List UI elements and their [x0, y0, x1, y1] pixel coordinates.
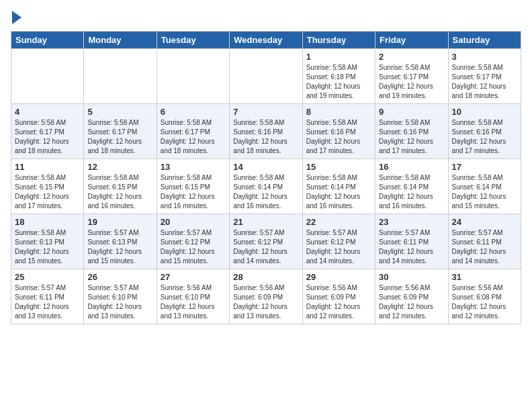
day-info: Sunrise: 5:57 AM Sunset: 6:11 PM Dayligh… — [379, 228, 444, 266]
calendar-cell: 31Sunrise: 5:56 AM Sunset: 6:08 PM Dayli… — [448, 269, 521, 324]
day-number: 30 — [379, 272, 444, 282]
calendar-cell: 5Sunrise: 5:58 AM Sunset: 6:17 PM Daylig… — [84, 104, 157, 159]
weekday-header-saturday: Saturday — [448, 32, 521, 49]
day-number: 22 — [306, 217, 371, 227]
day-info: Sunrise: 5:57 AM Sunset: 6:13 PM Dayligh… — [87, 228, 152, 266]
calendar-cell — [157, 49, 229, 104]
calendar-week-2: 4Sunrise: 5:58 AM Sunset: 6:17 PM Daylig… — [11, 104, 521, 159]
day-number: 14 — [233, 162, 298, 172]
day-info: Sunrise: 5:57 AM Sunset: 6:11 PM Dayligh… — [15, 283, 80, 321]
day-number: 7 — [233, 107, 298, 117]
calendar-body: 1Sunrise: 5:58 AM Sunset: 6:18 PM Daylig… — [11, 49, 521, 324]
day-number: 18 — [15, 217, 80, 227]
calendar-cell: 1Sunrise: 5:58 AM Sunset: 6:18 PM Daylig… — [302, 49, 375, 104]
weekday-header-friday: Friday — [375, 32, 448, 49]
calendar-cell: 14Sunrise: 5:58 AM Sunset: 6:14 PM Dayli… — [230, 159, 302, 214]
calendar-cell: 21Sunrise: 5:57 AM Sunset: 6:12 PM Dayli… — [230, 214, 302, 269]
calendar-table: SundayMondayTuesdayWednesdayThursdayFrid… — [11, 31, 521, 324]
calendar-cell: 3Sunrise: 5:58 AM Sunset: 6:17 PM Daylig… — [448, 49, 521, 104]
calendar-cell: 23Sunrise: 5:57 AM Sunset: 6:11 PM Dayli… — [375, 214, 448, 269]
day-number: 6 — [161, 107, 226, 117]
day-number: 13 — [161, 162, 226, 172]
day-info: Sunrise: 5:58 AM Sunset: 6:15 PM Dayligh… — [161, 173, 226, 211]
day-number: 27 — [161, 272, 226, 282]
day-info: Sunrise: 5:58 AM Sunset: 6:17 PM Dayligh… — [87, 118, 152, 156]
day-info: Sunrise: 5:58 AM Sunset: 6:14 PM Dayligh… — [379, 173, 444, 211]
calendar-cell: 18Sunrise: 5:58 AM Sunset: 6:13 PM Dayli… — [11, 214, 84, 269]
day-number: 9 — [379, 107, 444, 117]
day-number: 8 — [306, 107, 371, 117]
calendar-week-3: 11Sunrise: 5:58 AM Sunset: 6:15 PM Dayli… — [11, 159, 521, 214]
weekday-header-thursday: Thursday — [302, 32, 375, 49]
calendar-cell: 30Sunrise: 5:56 AM Sunset: 6:09 PM Dayli… — [375, 269, 448, 324]
day-number: 17 — [452, 162, 517, 172]
day-number: 5 — [87, 107, 152, 117]
calendar-cell: 27Sunrise: 5:56 AM Sunset: 6:10 PM Dayli… — [157, 269, 229, 324]
day-info: Sunrise: 5:58 AM Sunset: 6:17 PM Dayligh… — [379, 63, 444, 101]
day-number: 15 — [306, 162, 371, 172]
calendar-cell: 15Sunrise: 5:58 AM Sunset: 6:14 PM Dayli… — [302, 159, 375, 214]
weekday-header-tuesday: Tuesday — [157, 32, 229, 49]
logo-arrow-icon — [12, 11, 21, 24]
calendar-cell — [84, 49, 157, 104]
calendar-cell: 4Sunrise: 5:58 AM Sunset: 6:17 PM Daylig… — [11, 104, 84, 159]
day-number: 12 — [87, 162, 152, 172]
calendar-cell: 2Sunrise: 5:58 AM Sunset: 6:17 PM Daylig… — [375, 49, 448, 104]
day-info: Sunrise: 5:58 AM Sunset: 6:13 PM Dayligh… — [15, 228, 80, 266]
day-number: 31 — [452, 272, 517, 282]
weekday-header-wednesday: Wednesday — [230, 32, 302, 49]
day-info: Sunrise: 5:58 AM Sunset: 6:17 PM Dayligh… — [161, 118, 226, 156]
calendar-cell: 19Sunrise: 5:57 AM Sunset: 6:13 PM Dayli… — [84, 214, 157, 269]
calendar-cell: 6Sunrise: 5:58 AM Sunset: 6:17 PM Daylig… — [157, 104, 229, 159]
day-number: 16 — [379, 162, 444, 172]
day-number: 4 — [15, 107, 80, 117]
calendar-cell: 20Sunrise: 5:57 AM Sunset: 6:12 PM Dayli… — [157, 214, 229, 269]
calendar-cell: 11Sunrise: 5:58 AM Sunset: 6:15 PM Dayli… — [11, 159, 84, 214]
calendar-cell — [230, 49, 302, 104]
calendar-cell: 17Sunrise: 5:58 AM Sunset: 6:14 PM Dayli… — [448, 159, 521, 214]
logo — [11, 11, 21, 26]
day-info: Sunrise: 5:58 AM Sunset: 6:18 PM Dayligh… — [306, 63, 371, 101]
day-info: Sunrise: 5:58 AM Sunset: 6:16 PM Dayligh… — [452, 118, 517, 156]
calendar-cell: 24Sunrise: 5:57 AM Sunset: 6:11 PM Dayli… — [448, 214, 521, 269]
day-info: Sunrise: 5:58 AM Sunset: 6:17 PM Dayligh… — [15, 118, 80, 156]
day-info: Sunrise: 5:58 AM Sunset: 6:16 PM Dayligh… — [233, 118, 298, 156]
day-info: Sunrise: 5:56 AM Sunset: 6:09 PM Dayligh… — [306, 283, 371, 321]
day-number: 3 — [452, 52, 517, 62]
day-number: 2 — [379, 52, 444, 62]
day-number: 25 — [15, 272, 80, 282]
weekday-header-sunday: Sunday — [11, 32, 84, 49]
day-number: 1 — [306, 52, 371, 62]
calendar-cell — [11, 49, 84, 104]
day-info: Sunrise: 5:57 AM Sunset: 6:12 PM Dayligh… — [306, 228, 371, 266]
calendar-header-row: SundayMondayTuesdayWednesdayThursdayFrid… — [11, 32, 521, 49]
day-number: 19 — [87, 217, 152, 227]
calendar-cell: 9Sunrise: 5:58 AM Sunset: 6:16 PM Daylig… — [375, 104, 448, 159]
day-info: Sunrise: 5:56 AM Sunset: 6:10 PM Dayligh… — [161, 283, 226, 321]
day-info: Sunrise: 5:58 AM Sunset: 6:15 PM Dayligh… — [87, 173, 152, 211]
calendar-cell: 26Sunrise: 5:57 AM Sunset: 6:10 PM Dayli… — [84, 269, 157, 324]
day-number: 11 — [15, 162, 80, 172]
day-info: Sunrise: 5:56 AM Sunset: 6:08 PM Dayligh… — [452, 283, 517, 321]
calendar-cell: 8Sunrise: 5:58 AM Sunset: 6:16 PM Daylig… — [302, 104, 375, 159]
day-info: Sunrise: 5:58 AM Sunset: 6:17 PM Dayligh… — [452, 63, 517, 101]
day-info: Sunrise: 5:58 AM Sunset: 6:16 PM Dayligh… — [306, 118, 371, 156]
day-info: Sunrise: 5:57 AM Sunset: 6:10 PM Dayligh… — [87, 283, 152, 321]
day-number: 29 — [306, 272, 371, 282]
calendar-cell: 7Sunrise: 5:58 AM Sunset: 6:16 PM Daylig… — [230, 104, 302, 159]
calendar-week-4: 18Sunrise: 5:58 AM Sunset: 6:13 PM Dayli… — [11, 214, 521, 269]
weekday-header-monday: Monday — [84, 32, 157, 49]
day-number: 26 — [87, 272, 152, 282]
calendar-cell: 22Sunrise: 5:57 AM Sunset: 6:12 PM Dayli… — [302, 214, 375, 269]
day-info: Sunrise: 5:56 AM Sunset: 6:09 PM Dayligh… — [233, 283, 298, 321]
day-info: Sunrise: 5:58 AM Sunset: 6:16 PM Dayligh… — [379, 118, 444, 156]
calendar-week-5: 25Sunrise: 5:57 AM Sunset: 6:11 PM Dayli… — [11, 269, 521, 324]
calendar-cell: 25Sunrise: 5:57 AM Sunset: 6:11 PM Dayli… — [11, 269, 84, 324]
day-info: Sunrise: 5:58 AM Sunset: 6:15 PM Dayligh… — [15, 173, 80, 211]
day-number: 10 — [452, 107, 517, 117]
calendar-cell: 28Sunrise: 5:56 AM Sunset: 6:09 PM Dayli… — [230, 269, 302, 324]
calendar-cell: 16Sunrise: 5:58 AM Sunset: 6:14 PM Dayli… — [375, 159, 448, 214]
day-number: 24 — [452, 217, 517, 227]
day-info: Sunrise: 5:58 AM Sunset: 6:14 PM Dayligh… — [306, 173, 371, 211]
day-info: Sunrise: 5:57 AM Sunset: 6:12 PM Dayligh… — [161, 228, 226, 266]
